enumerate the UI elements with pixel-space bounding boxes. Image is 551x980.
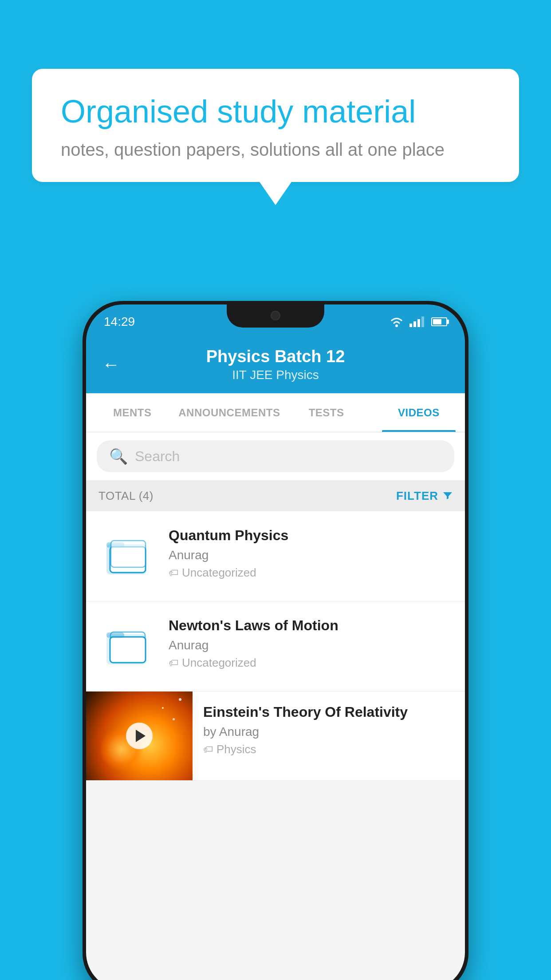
folder-icon [106, 536, 149, 576]
signal-icon [409, 316, 424, 327]
video-info-newton: Newton's Laws of Motion Anurag 🏷 Uncateg… [169, 617, 453, 670]
svg-rect-8 [106, 632, 124, 638]
app-content: 🔍 Search TOTAL (4) FILTER [86, 432, 465, 980]
tag-label: Uncategorized [182, 566, 256, 580]
speech-bubble-container: Organised study material notes, question… [32, 69, 519, 182]
video-title: Einstein's Theory Of Relativity [203, 704, 454, 720]
search-bar[interactable]: 🔍 Search [97, 440, 454, 472]
tag-icon: 🏷 [169, 567, 178, 579]
speech-bubble-title: Organised study material [61, 93, 490, 130]
status-time: 14:29 [104, 315, 135, 329]
tab-announcements[interactable]: ANNOUNCEMENTS [178, 393, 280, 432]
header-subtitle: IIT JEE Physics [232, 368, 319, 382]
svg-point-0 [395, 324, 398, 327]
play-triangle-icon [136, 730, 146, 742]
battery-icon [431, 317, 447, 326]
phone-notch [227, 304, 324, 328]
video-info-einstein: Einstein's Theory Of Relativity by Anura… [193, 692, 465, 769]
search-placeholder: Search [135, 448, 180, 465]
camera [271, 311, 280, 320]
speech-bubble-subtitle: notes, question papers, solutions all at… [61, 140, 490, 160]
video-title: Newton's Laws of Motion [169, 617, 453, 634]
video-folder-icon-quantum [98, 527, 156, 585]
video-list: Quantum Physics Anurag 🏷 Uncategorized [86, 511, 465, 781]
back-button[interactable]: ← [102, 355, 120, 375]
status-icons [389, 316, 447, 328]
filter-label: FILTER [396, 489, 438, 503]
svg-rect-4 [111, 541, 146, 567]
video-tag: 🏷 Uncategorized [169, 656, 453, 670]
folder-icon [106, 626, 149, 666]
tag-icon: 🏷 [203, 744, 213, 755]
app-header: ← Physics Batch 12 IIT JEE Physics [86, 336, 465, 393]
list-item[interactable]: Einstein's Theory Of Relativity by Anura… [86, 692, 465, 781]
filter-funnel-icon [443, 491, 453, 501]
video-title: Quantum Physics [169, 527, 453, 544]
tag-icon: 🏷 [169, 657, 178, 669]
speech-bubble: Organised study material notes, question… [32, 69, 519, 182]
tag-label: Physics [216, 743, 256, 756]
video-tag: 🏷 Physics [203, 743, 454, 756]
video-thumbnail-einstein [86, 692, 193, 780]
tab-ments[interactable]: MENTS [86, 393, 178, 432]
list-item[interactable]: Quantum Physics Anurag 🏷 Uncategorized [86, 511, 465, 601]
play-button[interactable] [126, 723, 153, 749]
search-icon: 🔍 [109, 447, 128, 465]
video-folder-icon-newton [98, 617, 156, 675]
total-label: TOTAL (4) [98, 489, 153, 503]
tab-bar: MENTS ANNOUNCEMENTS TESTS VIDEOS [86, 393, 465, 432]
header-title: Physics Batch 12 [206, 347, 345, 366]
list-item[interactable]: Newton's Laws of Motion Anurag 🏷 Uncateg… [86, 601, 465, 692]
filter-button[interactable]: FILTER [396, 489, 453, 503]
filter-bar: TOTAL (4) FILTER [86, 480, 465, 511]
tab-videos[interactable]: VIDEOS [373, 393, 465, 432]
phone-frame: 14:29 [83, 301, 468, 980]
video-author: by Anurag [203, 725, 454, 739]
video-info-quantum: Quantum Physics Anurag 🏷 Uncategorized [169, 527, 453, 580]
svg-rect-7 [110, 637, 146, 663]
phone-inner: 14:29 [86, 304, 465, 980]
wifi-icon [389, 316, 404, 328]
video-author: Anurag [169, 638, 453, 652]
video-author: Anurag [169, 548, 453, 562]
search-bar-container: 🔍 Search [86, 432, 465, 480]
tab-tests[interactable]: TESTS [280, 393, 372, 432]
video-tag: 🏷 Uncategorized [169, 566, 453, 580]
tag-label: Uncategorized [182, 656, 256, 670]
